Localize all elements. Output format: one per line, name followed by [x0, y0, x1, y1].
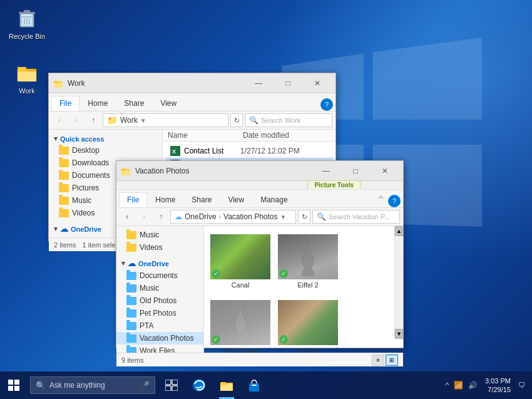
- search-icon: 🔍: [317, 212, 326, 221]
- svg-rect-33: [172, 386, 178, 391]
- vacation-address-bar: ‹ › ↑ ☁ OneDrive › Vacation Photos ▼ ↻ 🔍…: [116, 208, 403, 226]
- list-item[interactable]: ✓ Lozere: [277, 297, 339, 353]
- work-tab-share[interactable]: Share: [116, 96, 152, 111]
- vacation-tab-view[interactable]: View: [220, 192, 252, 207]
- sync-checkmark: ✓: [212, 269, 220, 278]
- onedrive-folder-icon: [126, 334, 136, 343]
- tray-chevron[interactable]: ^: [444, 380, 450, 391]
- vacation-minimize-btn[interactable]: —: [312, 161, 340, 181]
- list-item[interactable]: ✓ Eiffel 2: [277, 231, 339, 292]
- work-desktop-icon[interactable]: Work: [5, 60, 49, 95]
- taskbar-mic-icon: 🎤: [140, 381, 150, 390]
- work-back-btn[interactable]: ‹: [52, 113, 67, 127]
- list-item[interactable]: ✓ Canal: [209, 231, 272, 292]
- work-maximize-btn[interactable]: □: [274, 73, 302, 93]
- vacation-search-box[interactable]: 🔍 Search Vacation P...: [312, 210, 400, 224]
- photo-canal-label: Canal: [232, 281, 250, 289]
- vacation-up-btn[interactable]: ↑: [153, 210, 168, 224]
- work-up-btn[interactable]: ↑: [86, 113, 101, 127]
- scroll-down-btn[interactable]: ▼: [395, 329, 403, 339]
- work-tab-file[interactable]: File: [51, 96, 79, 111]
- work-close-btn[interactable]: ✕: [303, 73, 332, 93]
- vacation-tab-home[interactable]: Home: [147, 192, 183, 207]
- taskbar-store[interactable]: [240, 371, 268, 399]
- start-button[interactable]: [0, 371, 28, 399]
- svg-rect-10: [18, 71, 36, 81]
- col-name-header[interactable]: Name: [168, 131, 243, 140]
- work-window-title: Work: [68, 79, 244, 88]
- vacation-tab-manage[interactable]: Manage: [252, 192, 295, 207]
- work-help-btn[interactable]: ?: [320, 98, 333, 111]
- onedrive-cloud-icon: ☁: [60, 224, 68, 234]
- sidebar-item-od-music[interactable]: Music: [116, 282, 203, 294]
- vacation-window-titlebar[interactable]: Vacation Photos — □ ✕: [116, 161, 403, 181]
- tray-clock[interactable]: 3:03 PM 7/29/15: [481, 376, 514, 395]
- excel-icon: X: [170, 146, 180, 156]
- vacation-refresh-btn[interactable]: ↻: [298, 210, 310, 224]
- taskbar-edge[interactable]: [185, 371, 213, 399]
- taskbar: 🔍 Ask me anything 🎤: [0, 371, 532, 399]
- taskbar-task-view[interactable]: [158, 371, 185, 399]
- sidebar-item-od-pet-photos[interactable]: Pet Photos: [116, 307, 203, 319]
- od-pta-label: PTA: [140, 321, 153, 330]
- sidebar-item-music-v[interactable]: Music: [116, 229, 203, 241]
- vacation-status-bar: 9 items ≡ ⊞: [116, 353, 403, 366]
- recycle-bin-label: Recycle Bin: [9, 33, 45, 41]
- col-modified-header[interactable]: Date modified: [243, 131, 330, 140]
- folder-icon: [126, 244, 136, 252]
- folder-icon: [59, 147, 69, 155]
- vacation-help-btn[interactable]: ?: [388, 195, 401, 207]
- onedrive-folder-icon: [126, 297, 136, 305]
- work-search-box[interactable]: 🔍 Search Work: [245, 113, 332, 127]
- breadcrumb-text: Work: [120, 116, 138, 125]
- sidebar-item-od-old-photos[interactable]: Old Photos: [116, 294, 203, 307]
- list-item[interactable]: ✓ Eiffel Tower: [209, 297, 272, 353]
- vacation-maximize-btn[interactable]: □: [341, 161, 370, 181]
- work-tab-home[interactable]: Home: [79, 96, 116, 111]
- taskbar-search[interactable]: 🔍 Ask me anything 🎤: [30, 376, 155, 394]
- quick-access-arrow: ▾: [54, 135, 58, 143]
- vacation-scrollbar[interactable]: ▲ ▼: [394, 226, 403, 339]
- sidebar-item-od-pta[interactable]: PTA: [116, 319, 203, 332]
- desktop: Recycle Bin Work Work: [0, 0, 532, 371]
- vacation-back-btn[interactable]: ‹: [120, 210, 135, 224]
- vacation-ribbon-expand[interactable]: ⌃: [376, 194, 386, 207]
- scroll-up-btn[interactable]: ▲: [395, 226, 403, 236]
- sidebar-item-od-vacation-photos[interactable]: Vacation Photos: [116, 332, 203, 345]
- vacation-close-btn[interactable]: ✕: [371, 161, 399, 181]
- vacation-thumbnail-grid: ✓ Canal ✓ Eiffel 2: [204, 226, 403, 353]
- work-minimize-btn[interactable]: —: [244, 73, 273, 93]
- sidebar-item-od-work-files[interactable]: Work Files: [116, 345, 203, 353]
- onedrive-v-arrow: ▾: [121, 259, 125, 267]
- breadcrumb-onedrive-text: OneDrive: [185, 212, 217, 221]
- sidebar-item-desktop[interactable]: Desktop: [49, 144, 162, 157]
- vacation-tab-share[interactable]: Share: [183, 192, 220, 207]
- view-grid-btn[interactable]: ⊞: [386, 355, 398, 366]
- breadcrumb-separator: ›: [219, 214, 221, 220]
- picture-tools-tab[interactable]: Picture Tools: [307, 180, 361, 189]
- view-list-btn[interactable]: ≡: [372, 355, 384, 366]
- work-forward-btn[interactable]: ›: [69, 113, 84, 127]
- work-refresh-btn[interactable]: ↻: [230, 113, 243, 127]
- svg-rect-32: [165, 386, 171, 391]
- sidebar-item-videos-v[interactable]: Videos: [116, 241, 203, 254]
- sidebar-item-od-documents[interactable]: Documents: [116, 269, 203, 282]
- work-window-titlebar[interactable]: Work — □ ✕: [49, 73, 335, 93]
- taskbar-file-explorer[interactable]: [213, 371, 240, 399]
- vacation-window-title: Vacation Photos: [135, 167, 312, 175]
- tray-volume-icon[interactable]: 🔊: [467, 380, 479, 391]
- tray-notification-icon[interactable]: 🗨: [517, 380, 527, 391]
- table-row[interactable]: X Contact List 1/27/12 12:02 PM: [165, 144, 333, 158]
- vacation-ribbon: Picture Tools File Home Share View Manag…: [116, 181, 403, 208]
- vacation-tab-file[interactable]: File: [119, 192, 147, 207]
- work-breadcrumb[interactable]: 📁 Work ▼: [103, 113, 228, 127]
- sidebar-desktop-label: Desktop: [72, 146, 100, 155]
- breadcrumb-onedrive-icon: ☁: [175, 212, 182, 221]
- sidebar-music-label: Music: [72, 196, 91, 205]
- work-folder-icon: [14, 60, 39, 85]
- tray-network-icon[interactable]: 📶: [453, 380, 464, 391]
- recycle-bin-desktop-icon[interactable]: Recycle Bin: [5, 5, 49, 41]
- vacation-forward-btn[interactable]: ›: [136, 210, 151, 224]
- vacation-breadcrumb[interactable]: ☁ OneDrive › Vacation Photos ▼: [170, 210, 296, 224]
- work-tab-view[interactable]: View: [152, 96, 185, 111]
